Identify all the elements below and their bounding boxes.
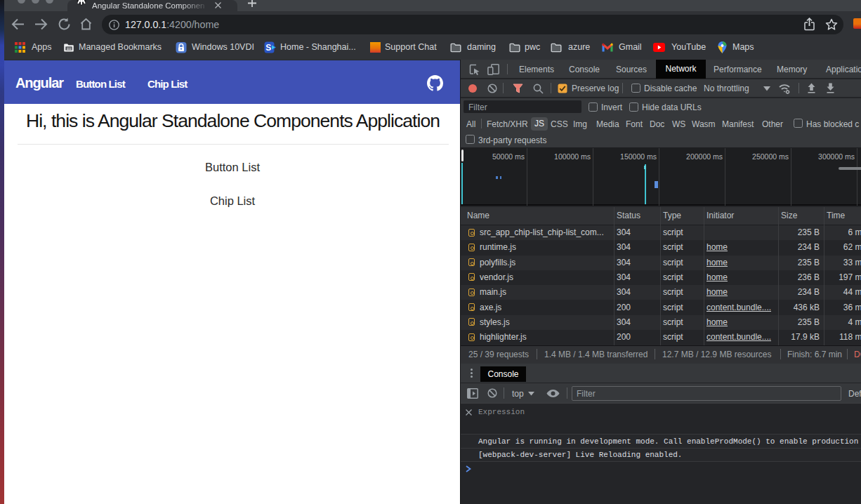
svg-text:S: S (265, 43, 271, 53)
